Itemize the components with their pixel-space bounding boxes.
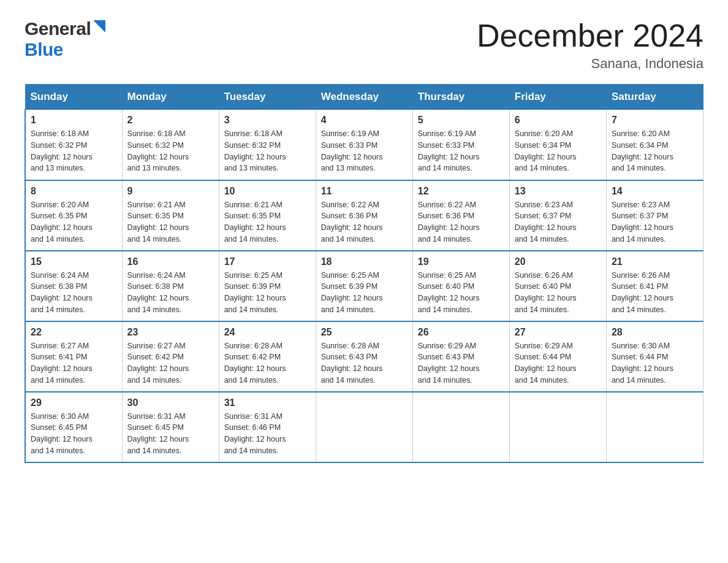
day-info: Sunrise: 6:25 AM Sunset: 6:40 PM Dayligh… <box>418 270 504 316</box>
day-number: 19 <box>418 256 504 267</box>
day-number: 10 <box>224 186 311 197</box>
day-info: Sunrise: 6:19 AM Sunset: 6:33 PM Dayligh… <box>418 128 504 174</box>
day-number: 4 <box>321 115 408 126</box>
day-number: 22 <box>31 327 117 338</box>
calendar-cell: 26 Sunrise: 6:29 AM Sunset: 6:43 PM Dayl… <box>412 321 509 392</box>
calendar-cell: 16 Sunrise: 6:24 AM Sunset: 6:38 PM Dayl… <box>122 251 219 321</box>
day-number: 1 <box>31 115 117 126</box>
day-info: Sunrise: 6:20 AM Sunset: 6:34 PM Dayligh… <box>515 128 601 174</box>
calendar-cell: 24 Sunrise: 6:28 AM Sunset: 6:42 PM Dayl… <box>219 321 316 392</box>
column-header-sunday: Sunday <box>25 85 122 110</box>
calendar-cell <box>509 392 606 462</box>
calendar-cell: 22 Sunrise: 6:27 AM Sunset: 6:41 PM Dayl… <box>25 321 122 392</box>
day-number: 21 <box>612 256 698 267</box>
header-row: SundayMondayTuesdayWednesdayThursdayFrid… <box>25 85 703 110</box>
calendar-cell: 5 Sunrise: 6:19 AM Sunset: 6:33 PM Dayli… <box>412 110 509 180</box>
column-header-saturday: Saturday <box>606 85 703 110</box>
day-info: Sunrise: 6:21 AM Sunset: 6:35 PM Dayligh… <box>224 199 311 245</box>
day-number: 5 <box>418 115 504 126</box>
day-info: Sunrise: 6:28 AM Sunset: 6:42 PM Dayligh… <box>224 340 311 386</box>
calendar-cell <box>412 392 509 462</box>
day-info: Sunrise: 6:23 AM Sunset: 6:37 PM Dayligh… <box>612 199 698 245</box>
day-info: Sunrise: 6:26 AM Sunset: 6:40 PM Dayligh… <box>515 270 601 316</box>
svg-marker-0 <box>93 20 105 33</box>
calendar-cell: 15 Sunrise: 6:24 AM Sunset: 6:38 PM Dayl… <box>25 251 122 321</box>
page-header: General Blue December 2024 Sanana, Indon… <box>25 18 703 72</box>
day-number: 15 <box>31 256 117 267</box>
day-info: Sunrise: 6:25 AM Sunset: 6:39 PM Dayligh… <box>224 270 311 316</box>
day-number: 25 <box>321 327 408 338</box>
day-number: 14 <box>612 186 698 197</box>
day-number: 18 <box>321 256 408 267</box>
calendar-cell: 6 Sunrise: 6:20 AM Sunset: 6:34 PM Dayli… <box>509 110 606 180</box>
day-info: Sunrise: 6:24 AM Sunset: 6:38 PM Dayligh… <box>127 270 214 316</box>
day-info: Sunrise: 6:22 AM Sunset: 6:36 PM Dayligh… <box>321 199 408 245</box>
calendar-cell: 11 Sunrise: 6:22 AM Sunset: 6:36 PM Dayl… <box>316 180 412 251</box>
calendar-cell: 18 Sunrise: 6:25 AM Sunset: 6:39 PM Dayl… <box>316 251 412 321</box>
day-info: Sunrise: 6:28 AM Sunset: 6:43 PM Dayligh… <box>321 340 408 386</box>
day-number: 9 <box>127 186 214 197</box>
day-number: 29 <box>31 397 117 408</box>
calendar-cell: 19 Sunrise: 6:25 AM Sunset: 6:40 PM Dayl… <box>412 251 509 321</box>
day-info: Sunrise: 6:21 AM Sunset: 6:35 PM Dayligh… <box>127 199 214 245</box>
day-info: Sunrise: 6:23 AM Sunset: 6:37 PM Dayligh… <box>515 199 601 245</box>
calendar-cell: 3 Sunrise: 6:18 AM Sunset: 6:32 PM Dayli… <box>219 110 316 180</box>
calendar-cell: 9 Sunrise: 6:21 AM Sunset: 6:35 PM Dayli… <box>122 180 219 251</box>
day-info: Sunrise: 6:18 AM Sunset: 6:32 PM Dayligh… <box>31 128 117 174</box>
calendar-cell: 12 Sunrise: 6:22 AM Sunset: 6:36 PM Dayl… <box>412 180 509 251</box>
column-header-thursday: Thursday <box>412 85 509 110</box>
calendar-body: 1 Sunrise: 6:18 AM Sunset: 6:32 PM Dayli… <box>25 110 703 462</box>
calendar-cell: 25 Sunrise: 6:28 AM Sunset: 6:43 PM Dayl… <box>316 321 412 392</box>
calendar-cell: 2 Sunrise: 6:18 AM Sunset: 6:32 PM Dayli… <box>122 110 219 180</box>
calendar-cell: 4 Sunrise: 6:19 AM Sunset: 6:33 PM Dayli… <box>316 110 412 180</box>
calendar-header: SundayMondayTuesdayWednesdayThursdayFrid… <box>25 85 703 110</box>
calendar-cell: 30 Sunrise: 6:31 AM Sunset: 6:45 PM Dayl… <box>122 392 219 462</box>
day-number: 16 <box>127 256 214 267</box>
calendar-cell: 17 Sunrise: 6:25 AM Sunset: 6:39 PM Dayl… <box>219 251 316 321</box>
day-number: 31 <box>224 397 311 408</box>
day-info: Sunrise: 6:20 AM Sunset: 6:34 PM Dayligh… <box>612 128 698 174</box>
day-number: 17 <box>224 256 311 267</box>
day-info: Sunrise: 6:22 AM Sunset: 6:36 PM Dayligh… <box>418 199 504 245</box>
day-info: Sunrise: 6:25 AM Sunset: 6:39 PM Dayligh… <box>321 270 408 316</box>
column-header-monday: Monday <box>122 85 219 110</box>
calendar-cell: 23 Sunrise: 6:27 AM Sunset: 6:42 PM Dayl… <box>122 321 219 392</box>
day-info: Sunrise: 6:19 AM Sunset: 6:33 PM Dayligh… <box>321 128 408 174</box>
logo-general: General <box>25 18 91 39</box>
day-info: Sunrise: 6:31 AM Sunset: 6:46 PM Dayligh… <box>224 411 311 457</box>
day-number: 28 <box>612 327 698 338</box>
day-number: 8 <box>31 186 117 197</box>
week-row-1: 1 Sunrise: 6:18 AM Sunset: 6:32 PM Dayli… <box>25 110 703 180</box>
week-row-5: 29 Sunrise: 6:30 AM Sunset: 6:45 PM Dayl… <box>25 392 703 462</box>
calendar-table: SundayMondayTuesdayWednesdayThursdayFrid… <box>25 84 703 463</box>
logo: General Blue <box>25 18 105 60</box>
day-info: Sunrise: 6:30 AM Sunset: 6:44 PM Dayligh… <box>612 340 698 386</box>
day-info: Sunrise: 6:27 AM Sunset: 6:42 PM Dayligh… <box>127 340 214 386</box>
day-number: 6 <box>515 115 601 126</box>
column-header-wednesday: Wednesday <box>316 85 412 110</box>
day-number: 3 <box>224 115 311 126</box>
week-row-2: 8 Sunrise: 6:20 AM Sunset: 6:35 PM Dayli… <box>25 180 703 251</box>
day-info: Sunrise: 6:24 AM Sunset: 6:38 PM Dayligh… <box>31 270 117 316</box>
calendar-cell: 28 Sunrise: 6:30 AM Sunset: 6:44 PM Dayl… <box>606 321 703 392</box>
calendar-cell <box>606 392 703 462</box>
day-number: 26 <box>418 327 504 338</box>
calendar-cell: 1 Sunrise: 6:18 AM Sunset: 6:32 PM Dayli… <box>25 110 122 180</box>
day-number: 24 <box>224 327 311 338</box>
column-header-friday: Friday <box>509 85 606 110</box>
calendar-cell: 27 Sunrise: 6:29 AM Sunset: 6:44 PM Dayl… <box>509 321 606 392</box>
calendar-cell: 7 Sunrise: 6:20 AM Sunset: 6:34 PM Dayli… <box>606 110 703 180</box>
day-info: Sunrise: 6:20 AM Sunset: 6:35 PM Dayligh… <box>31 199 117 245</box>
calendar-cell: 29 Sunrise: 6:30 AM Sunset: 6:45 PM Dayl… <box>25 392 122 462</box>
day-info: Sunrise: 6:29 AM Sunset: 6:44 PM Dayligh… <box>515 340 601 386</box>
calendar-cell: 20 Sunrise: 6:26 AM Sunset: 6:40 PM Dayl… <box>509 251 606 321</box>
day-info: Sunrise: 6:26 AM Sunset: 6:41 PM Dayligh… <box>612 270 698 316</box>
day-number: 23 <box>127 327 214 338</box>
day-number: 11 <box>321 186 408 197</box>
day-number: 30 <box>127 397 214 408</box>
day-number: 7 <box>612 115 698 126</box>
day-info: Sunrise: 6:18 AM Sunset: 6:32 PM Dayligh… <box>127 128 214 174</box>
calendar-cell: 14 Sunrise: 6:23 AM Sunset: 6:37 PM Dayl… <box>606 180 703 251</box>
day-info: Sunrise: 6:18 AM Sunset: 6:32 PM Dayligh… <box>224 128 311 174</box>
calendar-title-block: December 2024 Sanana, Indonesia <box>477 18 703 72</box>
